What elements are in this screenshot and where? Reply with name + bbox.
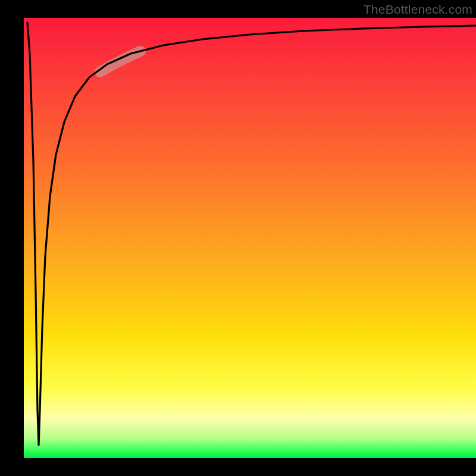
plot-area bbox=[24, 18, 476, 458]
bottleneck-curve bbox=[27, 23, 476, 445]
curve-layer bbox=[24, 18, 476, 458]
highlight-segment bbox=[100, 51, 140, 72]
watermark-text: TheBottleneck.com bbox=[364, 2, 472, 17]
chart-frame: TheBottleneck.com bbox=[0, 0, 476, 476]
